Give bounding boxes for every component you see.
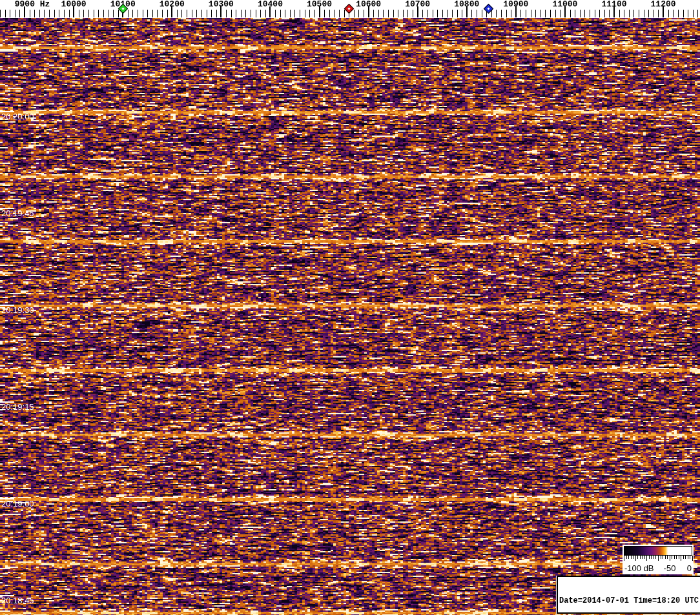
time-label: 20:20:00: [1, 112, 34, 121]
info-box: Date=2014-07-01 Time=18:20 UTC Freq=143 …: [559, 578, 699, 615]
marker-center-dot: [488, 7, 490, 10]
time-label: 20:19:45: [1, 209, 34, 218]
freq-tick-label: 10500: [307, 0, 332, 8]
marker-center-dot: [347, 7, 350, 10]
freq-tick-label: 11200: [651, 0, 676, 8]
freq-tick-label: 10000: [61, 0, 87, 8]
freq-tick-label: 10400: [258, 0, 283, 8]
spectrogram-app: 9900 Hz100001010010200103001040010500106…: [0, 0, 700, 615]
db-max-label: 0: [687, 564, 692, 572]
freq-tick-label: 11100: [601, 0, 626, 8]
freq-tick-label: 11000: [552, 0, 577, 8]
freq-tick-label: 10900: [503, 0, 528, 8]
waterfall-display: [0, 0, 700, 615]
freq-tick-label: 10800: [454, 0, 479, 8]
marker-center-dot: [121, 7, 124, 10]
db-mid-label: -50: [664, 564, 676, 572]
db-min-label: -100 dB: [624, 564, 654, 572]
freq-tick-label: 10300: [209, 0, 234, 8]
freq-tick-label: 10600: [356, 0, 381, 8]
time-label: 20:18:45: [1, 596, 34, 605]
time-label: 20:19:30: [1, 306, 34, 315]
freq-tick-label: 10200: [160, 0, 185, 8]
time-label: 20:19:00: [1, 499, 34, 509]
freq-tick-label: 9900 Hz: [15, 0, 50, 8]
info-line-date-time: Date=2014-07-01 Time=18:20 UTC: [559, 596, 699, 605]
time-label: 20:19:15: [1, 403, 34, 412]
freq-tick-label: 10700: [405, 0, 430, 8]
